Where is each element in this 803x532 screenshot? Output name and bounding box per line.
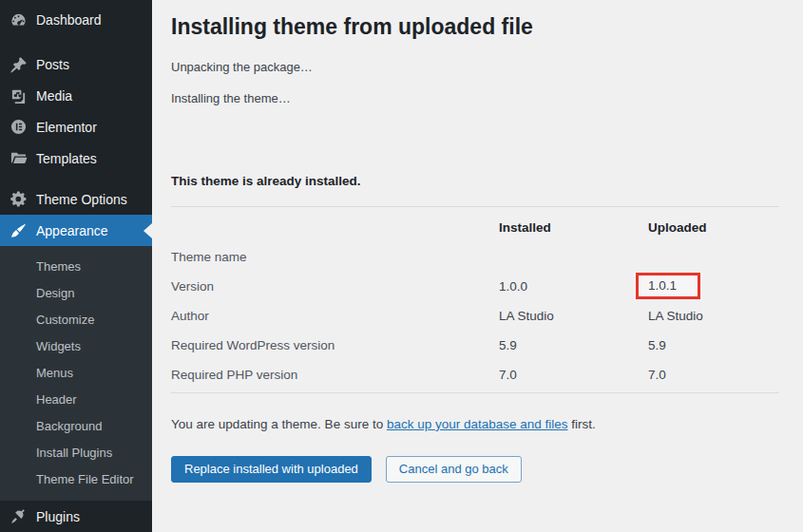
installed-value: 1.0.0 [499,272,648,301]
sidebar-item-templates[interactable]: Templates [0,142,152,174]
sidebar-item-themes[interactable]: Themes [0,254,152,280]
sidebar-item-label: Media [36,88,72,104]
sidebar-item-widgets[interactable]: Widgets [0,333,152,360]
uploaded-value: 1.0.1 [648,272,779,301]
sidebar-item-elementor[interactable]: Elementor [0,111,152,142]
sidebar-item-label: Plugins [36,509,80,524]
table-row-required-wp: Required WordPress version 5.9 5.9 [171,331,779,360]
sidebar-item-theme-file-editor[interactable]: Theme File Editor [0,466,152,493]
sidebar-item-theme-options[interactable]: Theme Options [0,183,152,215]
templates-icon [10,149,28,167]
media-icon [10,87,28,105]
sidebar-item-media[interactable]: Media [0,81,152,112]
sidebar-item-plugins[interactable]: Plugins [0,501,152,532]
installed-value: 7.0 [499,360,648,390]
gear-icon [10,190,28,208]
pin-icon [10,56,28,74]
installed-value: 5.9 [499,331,648,360]
sidebar-item-menus[interactable]: Menus [0,360,152,387]
backup-link[interactable]: back up your database and files [387,417,568,431]
sidebar-item-label: Theme Options [36,192,127,207]
elementor-icon [10,118,28,136]
row-label: Author [171,301,499,331]
row-label: Required PHP version [171,360,499,390]
table-row-version: Version 1.0.0 1.0.1 [171,272,779,301]
installed-value: LA Studio [499,301,648,331]
brush-icon [10,221,28,239]
sidebar-item-label: Appearance [36,223,108,238]
header-spacer [171,213,499,242]
appearance-submenu: Themes Design Customize Widgets Menus He… [0,246,152,501]
update-warning: You are updating a theme. Be sure to bac… [171,417,779,432]
row-label: Required WordPress version [171,331,499,360]
cancel-go-back-button[interactable]: Cancel and go back [386,456,522,483]
main-content: Installing theme from uploaded file Unpa… [152,0,803,532]
table-row-author: Author LA Studio LA Studio [171,301,779,331]
version-highlight-annotation: 1.0.1 [636,273,700,299]
uploaded-value [648,242,779,272]
theme-compare-table: Installed Uploaded Theme name Version 1.… [171,213,779,390]
table-header-row: Installed Uploaded [171,213,779,242]
already-installed-message: This theme is already installed. [171,174,779,188]
uploaded-value: 7.0 [648,360,779,390]
admin-sidebar: Dashboard Posts Media Elementor Te [0,0,152,532]
sidebar-separator [0,174,152,183]
sidebar-item-design[interactable]: Design [0,280,152,307]
page-title: Installing theme from uploaded file [171,13,779,42]
sidebar-item-background[interactable]: Background [0,413,152,440]
plug-icon [10,507,28,525]
wordpress-admin: Dashboard Posts Media Elementor Te [0,0,803,532]
sidebar-item-appearance[interactable]: Appearance [0,215,152,246]
sidebar-separator [0,36,152,49]
row-label: Theme name [171,242,499,272]
divider [171,392,779,393]
replace-installed-button[interactable]: Replace installed with uploaded [171,456,372,483]
table-row-theme-name: Theme name [171,242,779,272]
sidebar-item-customize[interactable]: Customize [0,307,152,333]
uploaded-value: LA Studio [648,301,779,331]
sidebar-item-label: Templates [36,151,97,166]
column-header-installed: Installed [499,213,648,242]
divider [171,206,779,207]
update-warning-prefix: You are updating a theme. Be sure to [171,417,387,431]
sidebar-item-posts[interactable]: Posts [0,49,152,81]
update-warning-suffix: first. [568,417,596,431]
sidebar-item-label: Elementor [36,120,97,135]
sidebar-item-install-plugins[interactable]: Install Plugins [0,440,152,466]
sidebar-item-label: Dashboard [36,12,102,28]
sidebar-item-dashboard[interactable]: Dashboard [0,5,152,36]
column-header-uploaded: Uploaded [648,213,779,242]
sidebar-item-header[interactable]: Header [0,387,152,413]
progress-line-unpacking: Unpacking the package… [171,60,779,74]
action-buttons: Replace installed with uploaded Cancel a… [171,456,779,483]
row-label: Version [171,272,499,301]
table-row-required-php: Required PHP version 7.0 7.0 [171,360,779,390]
sidebar-item-label: Posts [36,57,69,72]
dashboard-icon [10,11,28,29]
uploaded-value: 5.9 [648,331,779,360]
installed-value [499,242,648,272]
progress-line-installing: Installing the theme… [171,91,779,105]
